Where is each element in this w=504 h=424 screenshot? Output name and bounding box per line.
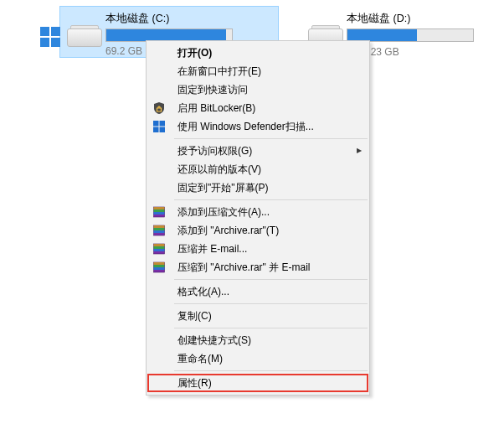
svg-rect-13 [154,244,165,246]
menu-rar-compress-named-email[interactable]: 压缩到 "Archive.rar" 并 E-mail [147,258,368,277]
windows-logo-icon [40,27,60,47]
defender-shield-icon [152,120,166,133]
menu-create-shortcut[interactable]: 创建快捷方式(S) [147,331,368,349]
menu-open-new-window-label: 在新窗口中打开(E) [177,65,261,77]
menu-separator [174,199,368,200]
menu-bitlocker[interactable]: 启用 BitLocker(B) [147,99,368,117]
hdd-icon [65,13,102,50]
svg-rect-1 [160,121,166,127]
menu-copy-label: 复制(C) [177,310,212,322]
winrar-icon [152,224,166,237]
menu-open-new-window[interactable]: 在新窗口中打开(E) [147,62,368,80]
menu-properties-label: 属性(R) [177,377,212,389]
shield-icon [152,101,166,115]
drive-d-label: 本地磁盘 (D:) [347,12,504,25]
svg-rect-0 [153,121,159,127]
menu-pin-quick-access[interactable]: 固定到快速访问 [147,80,368,99]
menu-restore-versions[interactable]: 还原以前的版本(V) [147,160,368,178]
menu-separator [174,370,368,371]
svg-rect-17 [154,262,165,265]
menu-pin-start-label: 固定到"开始"屏幕(P) [177,182,269,194]
svg-rect-2 [153,127,159,133]
menu-rename-label: 重命名(M) [177,353,223,365]
svg-rect-11 [154,230,165,233]
svg-rect-9 [154,225,165,228]
svg-rect-15 [154,249,165,251]
svg-rect-5 [154,207,165,209]
menu-pin-quick-access-label: 固定到快速访问 [177,84,248,96]
svg-rect-10 [154,228,165,230]
menu-separator [174,279,368,280]
menu-separator [174,303,368,304]
svg-rect-3 [160,127,166,133]
menu-rar-add-named[interactable]: 添加到 "Archive.rar"(T) [147,221,368,240]
menu-grant-access[interactable]: 授予访问权限(G) [147,142,368,160]
menu-properties[interactable]: 属性(R) [147,374,368,392]
drive-d-capacity-text: , 共 123 GB [347,45,504,59]
svg-rect-14 [154,246,165,249]
menu-rar-compress-email[interactable]: 压缩并 E-mail... [147,240,368,258]
svg-rect-19 [154,267,165,270]
menu-defender-scan-label: 使用 Windows Defender扫描... [177,121,314,132]
menu-open[interactable]: 打开(O) [147,44,368,62]
menu-format-label: 格式化(A)... [177,286,229,297]
winrar-icon [152,242,166,256]
svg-rect-7 [154,212,165,215]
menu-rar-add-named-label: 添加到 "Archive.rar"(T) [177,225,279,236]
menu-create-shortcut-label: 创建快捷方式(S) [177,334,251,346]
menu-open-label: 打开(O) [177,47,212,59]
menu-restore-versions-label: 还原以前的版本(V) [177,163,261,175]
drive-context-menu: 打开(O) 在新窗口中打开(E) 固定到快速访问 启用 BitLocker(B) [146,40,370,396]
menu-rename[interactable]: 重命名(M) [147,349,368,368]
menu-rar-compress-email-label: 压缩并 E-mail... [177,243,247,255]
menu-rar-add-archive-label: 添加到压缩文件(A)... [177,206,270,218]
winrar-icon [152,205,166,219]
menu-separator [174,138,368,139]
svg-rect-6 [154,209,165,212]
drive-c-label: 本地磁盘 (C:) [105,12,278,25]
menu-separator [174,328,368,328]
menu-grant-access-label: 授予访问权限(G) [177,145,252,157]
menu-copy[interactable]: 复制(C) [147,307,368,325]
svg-rect-18 [154,265,165,267]
menu-format[interactable]: 格式化(A)... [147,282,368,301]
menu-defender-scan[interactable]: 使用 Windows Defender扫描... [147,117,368,136]
menu-pin-start[interactable]: 固定到"开始"屏幕(P) [147,178,368,197]
drive-d-info: 本地磁盘 (D:) , 共 123 GB [347,7,504,59]
menu-rar-add-archive[interactable]: 添加到压缩文件(A)... [147,203,368,221]
winrar-icon [152,261,166,274]
menu-rar-compress-named-email-label: 压缩到 "Archive.rar" 并 E-mail [177,261,311,273]
menu-bitlocker-label: 启用 BitLocker(B) [177,102,255,114]
